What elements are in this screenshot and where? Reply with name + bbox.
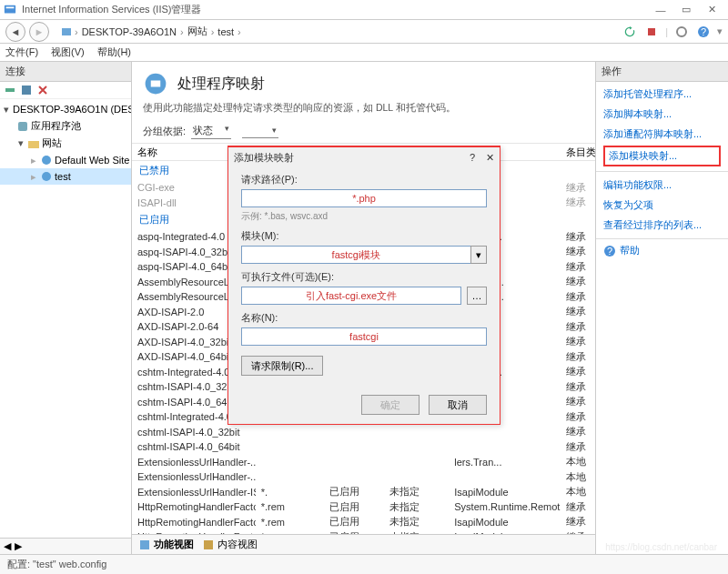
nav-forward-button[interactable]: ► bbox=[29, 22, 49, 42]
menu-file[interactable]: 文件(F) bbox=[5, 45, 38, 59]
table-row[interactable]: HttpRemotingHandlerFacto...*.rem已启用未指定Sy… bbox=[132, 499, 595, 515]
action-add-module-mapping[interactable]: 添加模块映射... bbox=[603, 146, 721, 166]
input-executable[interactable] bbox=[241, 287, 461, 305]
groupby-secondary-combo[interactable] bbox=[242, 126, 278, 138]
connect-icon[interactable] bbox=[4, 84, 16, 96]
svg-rect-15 bbox=[151, 81, 161, 87]
tree-node-server[interactable]: ▾ DESKTOP-39A6O1N (DESK bbox=[0, 101, 131, 117]
label-executable: 可执行文件(可选)(E): bbox=[241, 270, 487, 284]
example-text: 示例: *.bas, wsvc.axd bbox=[241, 210, 487, 223]
page-title: 处理程序映射 bbox=[177, 75, 265, 94]
watermark: https://blog.csdn.net/canbar bbox=[605, 542, 717, 552]
tree-node-sites[interactable]: ▾ 网站 bbox=[0, 135, 131, 152]
table-row[interactable]: HttpRemotingHandlerFacto...*.rem已启用未指定Is… bbox=[132, 515, 595, 530]
tree-node-test[interactable]: ▸ test bbox=[0, 168, 131, 185]
table-row[interactable]: ExtensionlessUrlHandler-IS...*.已启用未指定Isa… bbox=[132, 485, 595, 500]
tree-label: test bbox=[55, 171, 71, 182]
tree-node-default-web-site[interactable]: ▸ Default Web Site bbox=[0, 152, 131, 168]
menu-help[interactable]: 帮助(H) bbox=[97, 45, 131, 59]
browse-executable-button[interactable]: … bbox=[467, 287, 487, 305]
action-view-ordered-list[interactable]: 查看经过排序的列表... bbox=[603, 217, 721, 234]
right-tab-icon[interactable]: ▶ bbox=[15, 540, 22, 552]
refresh-icon[interactable] bbox=[622, 24, 638, 40]
table-row[interactable]: cshtml-ISAPI-4.0_64bit继承 bbox=[132, 439, 595, 455]
tab-features-view[interactable]: 功能视图 bbox=[139, 538, 194, 551]
breadcrumb[interactable]: › DESKTOP-39A6O1N › 网站 › test › bbox=[56, 20, 618, 43]
help-icon[interactable]: ? bbox=[695, 24, 712, 40]
input-request-path[interactable] bbox=[241, 189, 487, 207]
svg-rect-16 bbox=[140, 540, 149, 549]
svg-rect-8 bbox=[22, 86, 31, 95]
app-pool-icon bbox=[16, 120, 29, 133]
table-row[interactable]: cshtml-ISAPI-4.0_32bit继承 bbox=[132, 425, 595, 440]
breadcrumb-seg-sites[interactable]: 网站 bbox=[186, 25, 209, 38]
connections-tree[interactable]: ▾ DESKTOP-39A6O1N (DESK 应用程序池 ▾ 网站 ▸ Def… bbox=[0, 99, 131, 538]
svg-text:?: ? bbox=[607, 246, 612, 257]
menu-view[interactable]: 视图(V) bbox=[51, 45, 85, 59]
input-module[interactable] bbox=[241, 246, 470, 264]
address-bar: ◄ ► › DESKTOP-39A6O1N › 网站 › test › | ? … bbox=[0, 20, 728, 44]
label-module: 模块(M): bbox=[241, 229, 487, 243]
cancel-button[interactable]: 取消 bbox=[429, 395, 487, 415]
table-row[interactable]: HttpRemotingHandlerFacto...*.rem已启用未指定Is… bbox=[132, 529, 595, 534]
menu-bar: 文件(F) 视图(V) 帮助(H) bbox=[0, 44, 728, 62]
breadcrumb-seg-test[interactable]: test bbox=[216, 26, 236, 37]
left-tab-icon[interactable]: ◀ bbox=[4, 540, 11, 552]
help-icon: ? bbox=[603, 245, 616, 257]
action-edit-feature-permissions[interactable]: 编辑功能权限... bbox=[603, 176, 721, 194]
globe-icon bbox=[40, 154, 53, 166]
globe-icon bbox=[40, 170, 53, 183]
groupby-combo[interactable]: 状态 bbox=[191, 124, 231, 139]
action-help[interactable]: ? 帮助 bbox=[603, 244, 721, 257]
window-minimize-button[interactable]: ― bbox=[648, 1, 673, 19]
module-dropdown-button[interactable]: ▾ bbox=[470, 246, 487, 264]
connections-header: 连接 bbox=[0, 62, 131, 82]
input-name[interactable] bbox=[241, 327, 487, 346]
dialog-help-button[interactable]: ? bbox=[470, 152, 475, 163]
action-add-managed-handler[interactable]: 添加托管处理程序... bbox=[603, 86, 721, 103]
page-subtitle: 使用此功能描定处理特定请求类型的响应的资源，如 DLL 和托管代码。 bbox=[132, 102, 595, 122]
server-icon bbox=[60, 25, 73, 38]
window-title: Internet Information Services (IIS)管理器 bbox=[22, 3, 648, 16]
col-etype[interactable]: 条目类型 bbox=[561, 146, 595, 159]
label-name: 名称(N): bbox=[241, 311, 487, 325]
table-row[interactable]: ExtensionlessUrlHandler-...本地 bbox=[132, 469, 595, 485]
tree-label: 应用程序池 bbox=[31, 119, 81, 133]
window-titlebar: Internet Information Services (IIS)管理器 ―… bbox=[0, 0, 728, 20]
ok-button[interactable]: 确定 bbox=[361, 395, 420, 415]
breadcrumb-seg-server[interactable]: DESKTOP-39A6O1N bbox=[80, 26, 178, 37]
svg-rect-3 bbox=[648, 28, 655, 35]
table-row[interactable]: ExtensionlessUrlHandler-...lers.Tran...本… bbox=[132, 455, 595, 470]
dialog-title: 添加模块映射 bbox=[234, 151, 294, 165]
svg-rect-7 bbox=[5, 88, 15, 92]
connections-pane: 连接 ▾ DESKTOP-39A6O1N (DESK 应用程序池 ▾ 网站 ▸ bbox=[0, 62, 132, 554]
nav-back-button[interactable]: ◄ bbox=[5, 22, 25, 42]
request-restrictions-button[interactable]: 请求限制(R)... bbox=[241, 356, 323, 376]
folder-icon bbox=[27, 137, 40, 150]
svg-rect-2 bbox=[62, 28, 71, 35]
svg-rect-17 bbox=[204, 540, 213, 549]
action-revert-to-parent[interactable]: 恢复为父项 bbox=[603, 196, 721, 214]
svg-rect-0 bbox=[5, 5, 15, 13]
window-maximize-button[interactable]: ▭ bbox=[673, 1, 699, 19]
tree-node-app-pools[interactable]: 应用程序池 bbox=[0, 117, 131, 135]
svg-text:?: ? bbox=[701, 26, 706, 37]
window-close-button[interactable]: ✕ bbox=[699, 1, 724, 19]
svg-rect-10 bbox=[18, 122, 27, 131]
action-add-wildcard-script-map[interactable]: 添加通配符脚本映射... bbox=[603, 126, 721, 143]
svg-point-12 bbox=[42, 156, 51, 165]
groupby-label: 分组依据: bbox=[143, 125, 186, 138]
save-icon[interactable] bbox=[20, 84, 33, 96]
label-request-path: 请求路径(P): bbox=[241, 173, 487, 186]
svg-point-4 bbox=[677, 27, 686, 36]
actions-header: 操作 bbox=[596, 62, 728, 82]
handler-mappings-icon bbox=[143, 71, 168, 96]
action-add-script-map[interactable]: 添加脚本映射... bbox=[603, 106, 721, 123]
stop-icon[interactable] bbox=[643, 24, 660, 40]
content-view-icon bbox=[203, 539, 214, 550]
tab-content-view[interactable]: 内容视图 bbox=[203, 538, 258, 551]
settings-icon[interactable] bbox=[673, 24, 690, 40]
tree-label: 网站 bbox=[42, 136, 62, 150]
delete-icon[interactable] bbox=[36, 84, 49, 96]
dialog-close-button[interactable]: ✕ bbox=[486, 152, 494, 164]
